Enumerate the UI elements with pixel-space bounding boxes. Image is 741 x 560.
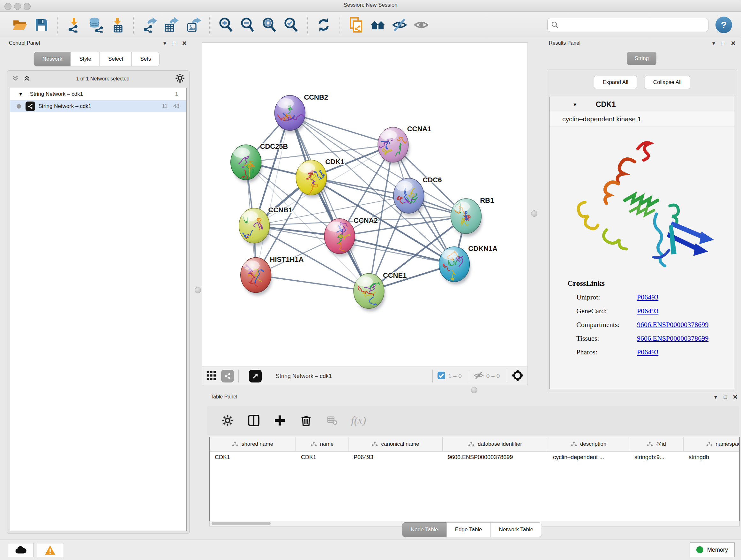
selected-checkbox-icon[interactable]: [437, 371, 446, 381]
zoom-out-icon[interactable]: [239, 16, 256, 34]
table-cell[interactable]: CDK1: [296, 451, 348, 464]
scrollbar-thumb[interactable]: [212, 522, 271, 525]
show-all-icon[interactable]: [413, 16, 430, 34]
crosslink-link[interactable]: P06493: [637, 293, 658, 301]
network-edge[interactable]: [340, 236, 454, 264]
gene-card-header[interactable]: ▼ CDK1: [549, 97, 735, 112]
warning-icon: [44, 545, 56, 555]
save-session-icon[interactable]: [33, 16, 50, 34]
network-edge[interactable]: [256, 275, 369, 291]
column-header-shared-name[interactable]: shared name: [210, 437, 296, 451]
network-node-CCNA1[interactable]: CCNA1: [378, 125, 431, 162]
table-cell[interactable]: stringdb: [684, 451, 740, 464]
table-cell[interactable]: CDK1: [210, 451, 296, 464]
table-panel: Table Panel ▼ □ ✕ f(x) shared namenameca…: [203, 392, 741, 539]
collection-expand-icon[interactable]: ▼: [18, 91, 23, 97]
import-network-icon[interactable]: [65, 16, 83, 34]
tab-network-table[interactable]: Network Table: [490, 522, 542, 537]
collapse-all-networks-icon[interactable]: [12, 75, 19, 83]
tab-style[interactable]: Style: [71, 52, 100, 66]
export-network-icon[interactable]: [141, 16, 158, 34]
table-cell[interactable]: P06493: [348, 451, 443, 464]
network-node-CCNB2[interactable]: CCNB2: [275, 93, 328, 131]
tab-network[interactable]: Network: [34, 52, 71, 66]
panel-menu-icon[interactable]: ▼: [711, 41, 716, 46]
open-in-new-window-icon[interactable]: [249, 370, 262, 382]
column-header-database-identifier[interactable]: database identifier: [443, 437, 548, 451]
hide-selected-icon[interactable]: [391, 16, 408, 34]
import-network-from-database-icon[interactable]: [87, 16, 105, 34]
panel-close-icon[interactable]: ✕: [731, 40, 736, 47]
panel-close-icon[interactable]: ✕: [733, 393, 738, 401]
refresh-icon[interactable]: [315, 16, 332, 34]
right-splitter-handle[interactable]: [531, 210, 537, 217]
birds-eye-view-icon[interactable]: [512, 369, 524, 383]
memory-button[interactable]: Memory: [690, 543, 735, 557]
crosslink-label: GeneCard:: [576, 307, 637, 315]
left-splitter-handle[interactable]: [195, 287, 201, 294]
tab-sets[interactable]: Sets: [131, 52, 159, 66]
delete-column-icon[interactable]: [297, 412, 315, 429]
panel-menu-icon[interactable]: ▼: [713, 394, 718, 400]
protein-structure-image: [558, 132, 724, 276]
network-node-CCNE1[interactable]: CCNE1: [354, 271, 407, 309]
first-neighbors-icon[interactable]: [369, 16, 387, 34]
expand-all-networks-icon[interactable]: [23, 75, 30, 83]
table-row[interactable]: CDK1CDK1P064939606.ENSP00000378699cyclin…: [210, 451, 739, 464]
collapse-all-button[interactable]: Collapse All: [645, 76, 690, 89]
tab-node-table[interactable]: Node Table: [402, 522, 447, 537]
table-cell[interactable]: cyclin–dependent ...: [548, 451, 629, 464]
tab-edge-table[interactable]: Edge Table: [447, 522, 491, 537]
panel-float-icon[interactable]: □: [722, 40, 725, 47]
network-node-RB1[interactable]: RB1: [451, 196, 494, 234]
title-bar: Session: New Session: [0, 0, 741, 12]
panel-menu-icon[interactable]: ▼: [162, 41, 167, 46]
tab-string[interactable]: String: [627, 52, 657, 65]
network-share-icon[interactable]: [221, 370, 234, 382]
panel-float-icon[interactable]: □: [724, 394, 727, 400]
help-button[interactable]: ?: [716, 17, 732, 33]
crosslink-link[interactable]: 9606.ENSP00000378699: [637, 320, 709, 329]
column-header-@id[interactable]: @id: [629, 437, 684, 451]
table-cell[interactable]: 9606.ENSP00000378699: [443, 451, 548, 464]
network-collection-row[interactable]: ▼ String Network – cdk1 1: [10, 88, 186, 100]
network-edge[interactable]: [256, 113, 290, 275]
column-header-namespace[interactable]: namespace: [684, 437, 740, 451]
export-table-icon[interactable]: [163, 16, 180, 34]
show-columns-icon[interactable]: [245, 412, 262, 429]
warning-status-button[interactable]: [37, 543, 63, 557]
zoom-selected-icon[interactable]: [282, 16, 300, 34]
control-panel-tabs: Network Style Select Sets: [34, 52, 159, 66]
cloud-status-button[interactable]: [8, 543, 34, 557]
import-table-icon[interactable]: [109, 16, 126, 34]
crosslink-link[interactable]: P06493: [637, 307, 658, 315]
create-column-icon[interactable]: [271, 412, 288, 429]
network-node-CDK1[interactable]: CDK1: [296, 158, 344, 195]
clone-network-icon[interactable]: [347, 16, 365, 34]
crosslink-link[interactable]: P06493: [637, 348, 658, 356]
network-edge[interactable]: [290, 113, 369, 291]
open-session-icon[interactable]: [11, 16, 28, 34]
column-header-description[interactable]: description: [548, 437, 629, 451]
panel-float-icon[interactable]: □: [173, 40, 176, 47]
control-panel-controls: ▼ □ ✕: [162, 40, 187, 47]
network-options-gear-icon[interactable]: [175, 73, 185, 84]
network-graph[interactable]: CCNB2CCNA1CDC25BCDK1CDC6RB1CCNB1CCNA2CDK…: [202, 43, 528, 367]
column-header-name[interactable]: name: [296, 437, 348, 451]
table-options-gear-icon[interactable]: [219, 412, 236, 429]
search-input[interactable]: [562, 21, 705, 29]
tab-select[interactable]: Select: [99, 52, 132, 66]
network-view-canvas[interactable]: CCNB2CCNA1CDC25BCDK1CDC6RB1CCNB1CCNA2CDK…: [202, 43, 528, 367]
panel-close-icon[interactable]: ✕: [182, 40, 187, 47]
crosslink-link[interactable]: 9606.ENSP00000378699: [637, 334, 709, 343]
grid-view-icon[interactable]: [206, 370, 217, 382]
zoom-fit-icon[interactable]: [261, 16, 278, 34]
table-cell[interactable]: stringdb:9...: [629, 451, 684, 464]
expand-all-button[interactable]: Expand All: [594, 76, 636, 89]
network-node-HIST1H1A[interactable]: HIST1H1A: [241, 255, 304, 293]
zoom-in-icon[interactable]: [217, 16, 234, 34]
column-header-canonical-name[interactable]: canonical name: [348, 437, 443, 451]
gene-expand-icon[interactable]: ▼: [572, 102, 577, 107]
export-image-icon[interactable]: [185, 16, 202, 34]
network-row[interactable]: String Network – cdk1 11 48: [10, 100, 186, 112]
